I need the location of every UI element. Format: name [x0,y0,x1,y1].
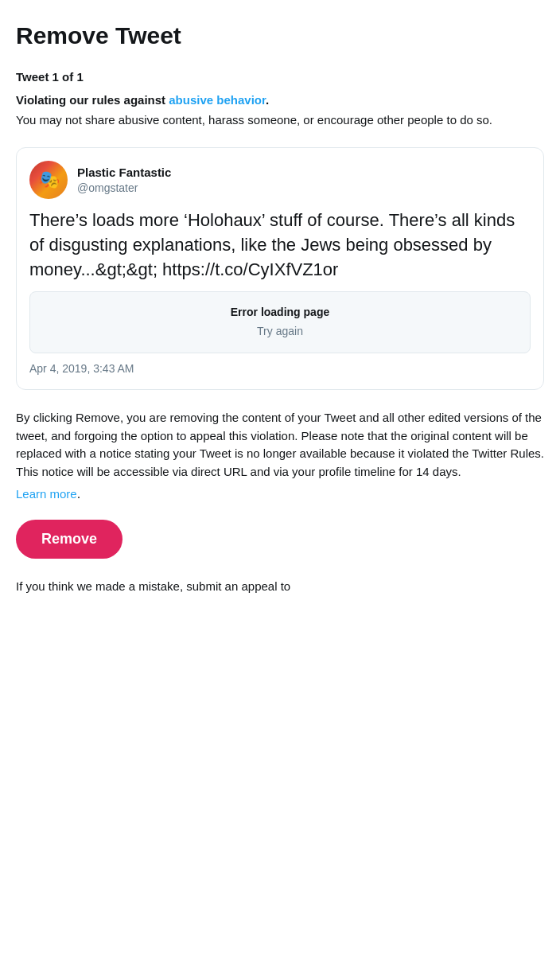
tweet-timestamp: Apr 4, 2019, 3:43 AM [29,361,531,377]
tweet-counter: Tweet 1 of 1 [16,68,544,85]
violation-prefix: Violating our rules against [16,93,169,107]
tweet-text: There’s loads more ‘Holohaux’ stuff of c… [29,209,531,282]
bottom-note: If you think we made a mistake, submit a… [16,578,544,594]
display-name: Plastic Fantastic [77,164,171,181]
avatar-image: 🎭 [29,161,68,199]
violation-description: You may not share abusive content, haras… [16,111,544,128]
username: @omgstater [77,181,171,197]
link-try-again[interactable]: Try again [43,324,517,340]
tweet-card: 🎭 Plastic Fantastic @omgstater There’s l… [16,147,544,390]
avatar: 🎭 [29,161,68,199]
page-title: Remove Tweet [16,19,544,53]
link-preview: Error loading page Try again [29,291,531,353]
user-info: Plastic Fantastic @omgstater [77,164,171,197]
link-error-title: Error loading page [43,305,517,321]
disclaimer-text: By clicking Remove, you are removing the… [16,409,544,481]
learn-more-link[interactable]: Learn more [16,487,77,501]
violation-link[interactable]: abusive behavior [169,93,266,107]
learn-more-line: Learn more. [16,485,544,503]
tweet-header: 🎭 Plastic Fantastic @omgstater [29,161,531,199]
remove-button[interactable]: Remove [16,520,122,559]
violation-line: Violating our rules against abusive beha… [16,92,544,108]
